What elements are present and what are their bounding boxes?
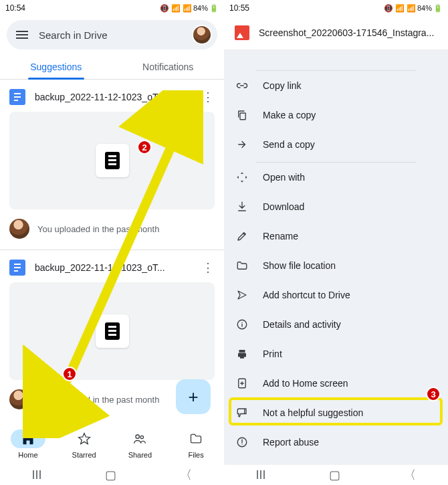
file-actions-sheet: 10:55 📵 📶 📶 84%🔋 Screenshot_20220603-171… [224, 0, 448, 485]
status-bar: 10:55 📵 📶 📶 84%🔋 [224, 0, 448, 16]
sheet-header: Screenshot_20220603-171546_Instagra... [224, 16, 448, 50]
recents-button[interactable]: III [31, 468, 41, 482]
nav-home[interactable]: Home [0, 423, 56, 465]
drive-home-screen: 10:54 📵 📶 📶 84%🔋 Search in Drive Suggest… [0, 0, 224, 485]
menu-rename[interactable]: Rename [224, 221, 448, 251]
status-bar: 10:54 📵 📶 📶 84%🔋 [0, 0, 224, 16]
image-icon [235, 25, 249, 40]
menu-add-home[interactable]: Add to Home screen [224, 369, 448, 398]
file-thumbnail[interactable] [9, 282, 215, 380]
search-bar[interactable]: Search in Drive [7, 20, 217, 50]
report-icon [235, 436, 249, 448]
plus-icon: + [188, 387, 198, 407]
recents-button[interactable]: III [255, 468, 265, 482]
folder-icon [189, 432, 203, 446]
download-icon [235, 201, 249, 213]
file-thumbnail[interactable] [9, 112, 215, 209]
menu-show-location[interactable]: Show file location [224, 251, 448, 280]
annotation-badge-3: 3 [426, 387, 441, 401]
tab-notifications[interactable]: Notifications [112, 54, 225, 80]
print-icon [235, 348, 249, 360]
account-avatar[interactable] [192, 25, 212, 45]
shortcut-icon [235, 289, 249, 301]
menu-add-shortcut[interactable]: Add shortcut to Drive [224, 280, 448, 310]
menu-print[interactable]: Print [224, 339, 448, 369]
nav-shared[interactable]: Shared [112, 423, 169, 465]
copy-icon [235, 109, 249, 121]
menu-not-helpful[interactable]: Not a helpful suggestion [224, 398, 448, 427]
thumb-down-icon [235, 407, 249, 419]
uploader-avatar [9, 389, 29, 409]
link-icon [235, 80, 249, 92]
pencil-icon [235, 230, 249, 242]
menu-details[interactable]: Details and activity [224, 310, 448, 339]
folder-icon [235, 260, 249, 272]
doc-icon [9, 89, 25, 105]
doc-icon [9, 260, 25, 276]
menu-download[interactable]: Download [224, 192, 448, 221]
system-nav: III ▢ 〈 [0, 465, 224, 485]
system-nav: III ▢ 〈 [224, 465, 448, 485]
uploader-avatar [9, 219, 29, 239]
open-with-icon [235, 171, 249, 183]
new-fab[interactable]: + [176, 379, 211, 414]
star-icon [78, 432, 91, 446]
upload-caption: You uploaded in the past month [37, 224, 159, 234]
menu-open-with[interactable]: Open with [224, 163, 448, 192]
menu-make-copy[interactable]: Make a copy [224, 100, 448, 130]
file-name: backup_2022-11-12-1023_oT... [35, 92, 201, 102]
home-icon [21, 432, 35, 446]
svg-rect-4 [240, 113, 245, 120]
svg-point-0 [136, 435, 139, 438]
annotation-badge-2: 2 [137, 140, 152, 155]
shared-icon [132, 432, 147, 446]
file-list: backup_2022-11-12-1023_oT... ⋮ You uploa… [0, 80, 224, 423]
annotation-badge-1: 1 [62, 367, 77, 381]
tabs: Suggestions Notifications [0, 54, 224, 80]
nav-starred[interactable]: Starred [56, 423, 112, 465]
sheet-title: Screenshot_20220603-171546_Instagra... [259, 27, 437, 38]
back-button[interactable]: 〈 [404, 467, 416, 483]
menu-copy-link[interactable]: Copy link [224, 71, 448, 100]
info-icon [235, 318, 249, 330]
home-button[interactable]: ▢ [329, 468, 340, 482]
status-icons: 📵 📶 📶 84%🔋 [160, 4, 219, 13]
file-name: backup_2022-11-12-1023_oT... [35, 262, 201, 273]
search-placeholder: Search in Drive [39, 29, 192, 41]
back-button[interactable]: 〈 [180, 467, 192, 483]
hamburger-icon[interactable] [16, 31, 29, 39]
status-time: 10:55 [229, 3, 249, 13]
add-home-icon [235, 377, 249, 389]
upload-caption: You uploaded in the past month [37, 395, 159, 405]
bottom-nav: Home Starred Shared Files [0, 423, 224, 465]
more-menu-button[interactable]: ⋮ [201, 91, 215, 103]
status-time: 10:54 [5, 3, 25, 13]
status-icons: 📵 📶 📶 84%🔋 [384, 4, 443, 13]
tab-suggestions[interactable]: Suggestions [0, 54, 112, 80]
menu-send-copy[interactable]: Send a copy [224, 130, 448, 159]
menu-report-abuse[interactable]: Report abuse [224, 427, 448, 457]
more-menu-button[interactable]: ⋮ [201, 262, 215, 274]
nav-files[interactable]: Files [168, 423, 224, 465]
send-icon [235, 138, 249, 151]
svg-point-1 [141, 435, 144, 438]
home-button[interactable]: ▢ [105, 468, 116, 482]
suggestion-card[interactable]: backup_2022-11-12-1023_oT... ⋮ You uploa… [0, 80, 224, 250]
